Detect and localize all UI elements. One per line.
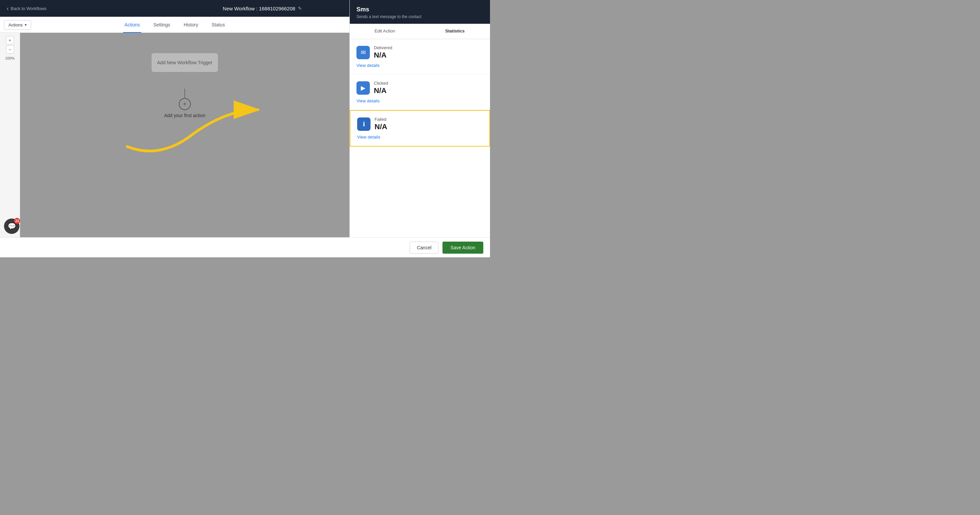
delivered-label: Delivered [374, 45, 392, 50]
stat-failed: ℹ Failed N/A View details [350, 110, 490, 146]
zoom-level: 100% [5, 56, 14, 60]
zoom-out-button[interactable]: − [6, 46, 14, 54]
workflow-canvas: Add New Workflow Trigger + Add your firs… [20, 33, 349, 258]
actions-dropdown-button[interactable]: Actions [4, 20, 31, 30]
add-action-button[interactable]: + [179, 98, 191, 110]
delivered-value: N/A [374, 51, 392, 60]
tab-status[interactable]: Status [210, 17, 226, 33]
panel-title: Sms [356, 6, 483, 13]
failed-view-details[interactable]: View details [357, 135, 380, 140]
save-action-button[interactable]: Save Action [442, 242, 483, 254]
tab-edit-action[interactable]: Edit Action [350, 24, 420, 39]
back-to-workflows-button[interactable]: Back to Workflows [7, 5, 46, 12]
panel-tabs: Edit Action Statistics [350, 24, 490, 39]
failed-value: N/A [374, 122, 387, 131]
stat-delivered: ✉ Delivered N/A View details [350, 39, 490, 75]
cancel-button[interactable]: Cancel [410, 242, 439, 254]
tab-history[interactable]: History [182, 17, 200, 33]
tab-statistics[interactable]: Statistics [420, 24, 490, 39]
failed-icon: ℹ [357, 118, 371, 131]
add-action-label: Add your first action [164, 113, 205, 118]
chat-icon: 💬 [8, 222, 16, 230]
right-panel: Sms Sends a text message to the contact … [349, 0, 490, 258]
actions-dropdown: Actions [4, 20, 31, 30]
chat-badge: 23 [14, 218, 20, 224]
panel-header: Sms Sends a text message to the contact [350, 0, 490, 24]
clicked-label: Clicked [374, 81, 388, 86]
clicked-value: N/A [374, 86, 388, 95]
stats-content: ✉ Delivered N/A View details ▶ Clicked N… [350, 39, 490, 258]
tab-actions[interactable]: Actions [123, 17, 141, 33]
tab-settings[interactable]: Settings [152, 17, 172, 33]
delivered-icon: ✉ [356, 46, 370, 59]
bottom-bar: Cancel Save Action [0, 237, 490, 258]
add-workflow-trigger[interactable]: Add New Workflow Trigger [151, 53, 218, 72]
connector-line [185, 89, 185, 99]
chat-widget[interactable]: 💬 23 [4, 219, 19, 234]
panel-subtitle: Sends a text message to the contact [356, 14, 483, 19]
zoom-in-button[interactable]: + [6, 36, 14, 44]
edit-title-icon[interactable]: ✎ [298, 6, 302, 11]
workflow-title: New Workflow : 1688102966208 ✎ [223, 6, 302, 11]
main-tab-bar: Actions Settings History Status [0, 17, 349, 33]
delivered-view-details[interactable]: View details [356, 63, 380, 68]
failed-label: Failed [374, 117, 387, 122]
stat-clicked: ▶ Clicked N/A View details [350, 75, 490, 110]
clicked-icon: ▶ [356, 81, 370, 95]
add-action-area: + Add your first action [164, 98, 205, 118]
clicked-view-details[interactable]: View details [356, 99, 380, 103]
